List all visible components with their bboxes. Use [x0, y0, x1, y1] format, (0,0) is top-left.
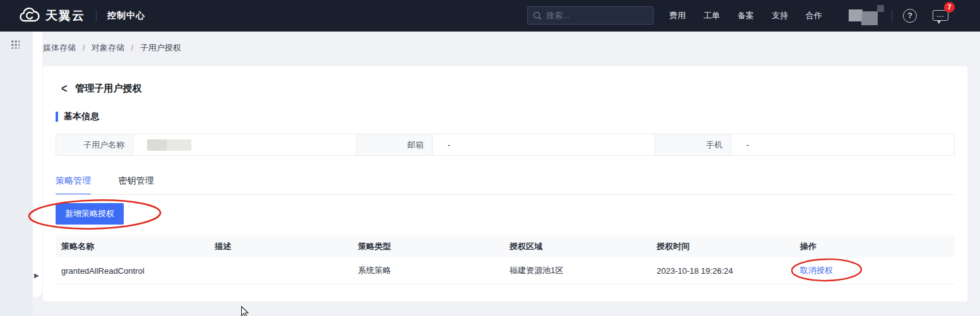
breadcrumb-separator: /: [83, 43, 85, 52]
user-avatar-redacted[interactable]: [849, 8, 878, 24]
left-rail: [0, 32, 33, 316]
email-label: 邮箱: [357, 134, 433, 155]
basic-info-table: 子用户名称 邮箱 - 手机 -: [56, 134, 955, 156]
mouse-cursor: [241, 306, 249, 316]
cell-auth-time: 2023-10-18 19:26:24: [651, 266, 794, 276]
redaction-block-small: [877, 5, 884, 12]
section-accent-bar: [56, 112, 58, 122]
app-grid-icon[interactable]: [11, 40, 20, 49]
sidebar-expand-icon[interactable]: ▶: [34, 272, 39, 279]
table-row: grantedAllReadControl 系统策略 福建资源池1区 2023-…: [56, 257, 955, 284]
nav-item-billing[interactable]: 费用: [669, 10, 686, 21]
header-divider: [96, 10, 97, 21]
col-policy-name: 策略名称: [56, 241, 209, 252]
tab-divider: [56, 194, 955, 195]
basic-info-section-header: 基本信息: [56, 111, 99, 122]
help-icon[interactable]: ?: [903, 9, 917, 23]
col-operation: 操作: [794, 241, 955, 252]
message-bubble-tail: [937, 21, 941, 24]
notification-badge[interactable]: 7: [944, 2, 955, 13]
tab-bar: 策略管理 密钥管理: [56, 175, 178, 195]
col-description: 描述: [209, 241, 352, 252]
search-input[interactable]: [546, 11, 647, 20]
subuser-name-value: [133, 134, 357, 155]
cell-auth-region: 福建资源池1区: [504, 265, 651, 276]
breadcrumb-subuser-auth: 子用户授权: [140, 43, 181, 52]
top-nav: 费用 工单 备案 支持 合作: [669, 0, 822, 32]
tab-policy-management[interactable]: 策略管理: [56, 175, 91, 195]
phone-label: 手机: [655, 134, 731, 155]
breadcrumb-media-storage[interactable]: 媒体存储: [43, 43, 76, 52]
nav-item-support[interactable]: 支持: [772, 10, 788, 21]
breadcrumb: 媒体存储 / 对象存储 / 子用户授权: [43, 42, 181, 54]
search-icon: [533, 11, 542, 20]
cell-policy-type: 系统策略: [352, 265, 504, 276]
collapsed-sidebar: [33, 32, 42, 297]
message-dots: ...: [937, 11, 944, 18]
tab-key-management[interactable]: 密钥管理: [118, 175, 153, 194]
content-card: < 管理子用户授权 基本信息 子用户名称 邮箱 - 手机 - 策略管理 密钥管理…: [43, 66, 967, 301]
nav-item-tickets[interactable]: 工单: [703, 10, 720, 21]
nav-item-filing[interactable]: 备案: [738, 10, 754, 21]
cloud-logo-icon: [19, 8, 40, 24]
phone-value: -: [731, 134, 954, 155]
subuser-name-label: 子用户名称: [56, 134, 133, 155]
header-divider: [892, 10, 892, 21]
brand-logo[interactable]: 天翼云 控制中心: [19, 0, 145, 32]
email-value: -: [433, 134, 655, 155]
screen: 天翼云 控制中心 费用 工单 备案 支持 合作 ? ...: [0, 0, 980, 316]
redacted-value: [147, 139, 191, 151]
global-search[interactable]: [527, 6, 654, 25]
breadcrumb-separator: /: [131, 43, 134, 52]
nav-item-cooperation[interactable]: 合作: [806, 10, 822, 21]
policy-table: 策略名称 描述 策略类型 授权区域 授权时间 操作 grantedAllRead…: [56, 235, 955, 284]
back-icon[interactable]: <: [61, 81, 67, 96]
col-auth-region: 授权区域: [504, 241, 651, 252]
brand-name: 天翼云: [45, 8, 85, 24]
policy-table-header: 策略名称 描述 策略类型 授权区域 授权时间 操作: [56, 235, 955, 257]
breadcrumb-object-storage[interactable]: 对象存储: [92, 43, 124, 52]
add-policy-auth-button[interactable]: 新增策略授权: [56, 203, 124, 225]
console-center-label[interactable]: 控制中心: [107, 10, 145, 21]
section-title: 基本信息: [64, 111, 99, 122]
top-header: 天翼云 控制中心 费用 工单 备案 支持 合作 ? ...: [0, 0, 980, 32]
redaction-block: [861, 11, 878, 25]
col-auth-time: 授权时间: [651, 241, 794, 252]
redaction-block: [849, 9, 863, 21]
cell-policy-name: grantedAllReadControl: [56, 266, 209, 276]
page-title: 管理子用户授权: [75, 83, 141, 95]
cancel-auth-link[interactable]: 取消授权: [800, 266, 833, 275]
col-policy-type: 策略类型: [352, 241, 504, 252]
back-title-row[interactable]: < 管理子用户授权: [61, 83, 141, 95]
